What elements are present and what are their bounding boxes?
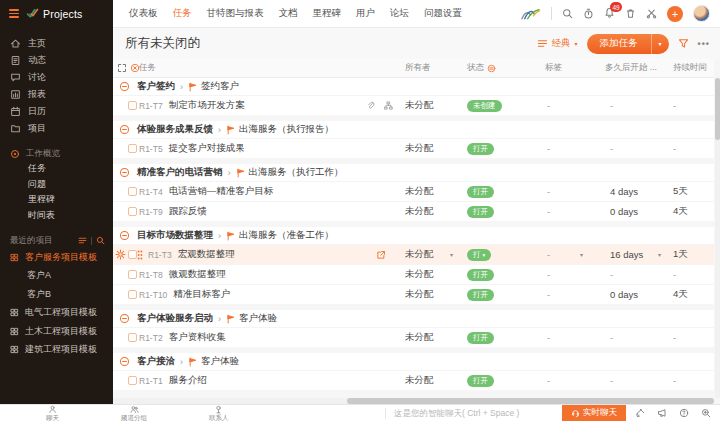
search-icon[interactable] bbox=[562, 8, 573, 19]
group-title[interactable]: 体验服务成果反馈 bbox=[137, 123, 213, 136]
caret-down-icon[interactable]: ▾ bbox=[450, 251, 453, 258]
task-owner[interactable]: 未分配 bbox=[405, 205, 434, 218]
scrollbar-thumb[interactable] bbox=[715, 78, 720, 140]
sidebar-item[interactable]: 项目 bbox=[0, 120, 113, 137]
recent-project-item[interactable]: 客户服务项目模板 bbox=[0, 248, 113, 267]
caret-down-icon[interactable]: ▾ bbox=[580, 251, 583, 258]
group-collapse-icon[interactable] bbox=[119, 81, 130, 92]
sidebar-item[interactable]: 报表 bbox=[0, 86, 113, 103]
sidebar-overview-item[interactable]: 任务 bbox=[0, 161, 113, 177]
task-title[interactable]: 服务介绍 bbox=[169, 374, 207, 387]
task-label[interactable]: - bbox=[547, 143, 550, 154]
bin-icon[interactable] bbox=[625, 8, 636, 19]
task-owner[interactable]: 未分配 bbox=[405, 288, 434, 301]
sidebar-item[interactable]: 主页 bbox=[0, 35, 113, 52]
row-checkbox[interactable] bbox=[128, 376, 137, 385]
recent-project-item[interactable]: 电气工程项目模板 bbox=[0, 304, 113, 323]
milestone-link[interactable]: 出海服务（执行报告） bbox=[239, 123, 334, 136]
task-row[interactable]: R1-T8 微观数据整理 未分配 打开 - - - bbox=[113, 264, 714, 284]
nav-item[interactable]: 甘特图与报表 bbox=[207, 7, 264, 20]
add-task-button[interactable]: 添加任务 ▾ bbox=[587, 34, 669, 54]
group-collapse-icon[interactable] bbox=[119, 356, 130, 367]
status-badge[interactable]: 打▾ bbox=[467, 249, 491, 261]
filter-icon[interactable] bbox=[678, 38, 689, 49]
tools-icon[interactable] bbox=[646, 8, 657, 19]
task-row[interactable]: R1-T9 跟踪反馈 未分配 打开 - 0 days 4天 bbox=[113, 201, 714, 221]
milestone-link[interactable]: 出海服务（准备工作） bbox=[239, 229, 334, 242]
task-title[interactable]: 精准目标客户 bbox=[173, 288, 230, 301]
group-title[interactable]: 客户体验服务启动 bbox=[137, 312, 213, 325]
nav-item[interactable]: 仪表板 bbox=[129, 7, 158, 20]
status-badge[interactable]: 打开 bbox=[467, 375, 494, 387]
task-start-in[interactable]: 16 days bbox=[610, 249, 643, 260]
row-checkbox[interactable] bbox=[128, 290, 137, 299]
status-badge[interactable]: 打开 bbox=[467, 143, 494, 155]
task-title[interactable]: 跟踪反馈 bbox=[169, 205, 207, 218]
task-title[interactable]: 客户资料收集 bbox=[169, 331, 226, 344]
task-owner[interactable]: 未分配 bbox=[405, 331, 434, 344]
nav-item[interactable]: 论坛 bbox=[390, 7, 409, 20]
task-title[interactable]: 制定市场开发方案 bbox=[169, 99, 245, 112]
attachment-icon[interactable] bbox=[366, 101, 375, 110]
nav-item[interactable]: 任务 bbox=[173, 7, 192, 20]
status-badge[interactable]: 打开 bbox=[467, 269, 494, 281]
row-checkbox[interactable] bbox=[128, 101, 137, 110]
group-title[interactable]: 客户签约 bbox=[137, 80, 175, 93]
view-switcher[interactable]: 经典 ▾ bbox=[537, 37, 578, 50]
feedback-icon[interactable] bbox=[635, 408, 645, 418]
sidebar-item[interactable]: 动态 bbox=[0, 52, 113, 69]
task-start-in[interactable]: - bbox=[610, 332, 613, 343]
gear-icon[interactable] bbox=[115, 249, 126, 260]
sidebar-overview-header[interactable]: 工作概览 bbox=[0, 146, 113, 161]
open-detail-icon[interactable] bbox=[376, 250, 386, 260]
live-chat-button[interactable]: 实时聊天 bbox=[562, 405, 626, 421]
recent-project-item[interactable]: 建筑工程项目模板 bbox=[0, 341, 113, 360]
milestone-link[interactable]: 客户体验 bbox=[239, 312, 277, 325]
sidebar-item[interactable]: 讨论 bbox=[0, 69, 113, 86]
group-title[interactable]: 目标市场数据整理 bbox=[137, 229, 213, 242]
smart-chat-input[interactable] bbox=[394, 405, 562, 421]
task-title[interactable]: 微观数据整理 bbox=[169, 268, 226, 281]
row-checkbox[interactable] bbox=[128, 333, 137, 342]
col-owner[interactable]: 所有者 bbox=[395, 62, 460, 74]
task-label[interactable]: - bbox=[547, 332, 550, 343]
task-title[interactable]: 提交客户对接成果 bbox=[169, 142, 245, 155]
task-owner[interactable]: 未分配 bbox=[405, 142, 434, 155]
task-owner[interactable]: 未分配 bbox=[405, 374, 434, 387]
task-label[interactable]: - bbox=[547, 375, 550, 386]
task-start-in[interactable]: - bbox=[610, 143, 613, 154]
caret-down-icon[interactable]: ▾ bbox=[658, 251, 661, 258]
task-label[interactable]: - bbox=[547, 269, 550, 280]
app-logo[interactable]: Projects bbox=[26, 7, 83, 20]
zoom-icon[interactable] bbox=[701, 408, 711, 418]
task-start-in[interactable]: - bbox=[610, 269, 613, 280]
closed-tasks-filter-icon[interactable] bbox=[130, 63, 140, 73]
hamburger-menu-icon[interactable] bbox=[9, 9, 19, 18]
nav-item[interactable]: 问题设置 bbox=[424, 7, 462, 20]
project-list-icon[interactable] bbox=[78, 236, 87, 245]
task-title[interactable]: 宏观数据整理 bbox=[178, 248, 235, 261]
group-title[interactable]: 客户接洽 bbox=[137, 355, 175, 368]
task-start-in[interactable]: 0 days bbox=[610, 289, 638, 300]
sidebar-item[interactable]: 日历 bbox=[0, 103, 113, 120]
col-status[interactable]: 状态 bbox=[460, 62, 535, 74]
task-label[interactable]: - bbox=[547, 186, 550, 197]
group-collapse-icon[interactable] bbox=[119, 313, 130, 324]
status-settings-icon[interactable] bbox=[487, 64, 496, 73]
timer-icon[interactable] bbox=[583, 8, 594, 19]
sidebar-overview-item[interactable]: 问题 bbox=[0, 177, 113, 193]
task-row[interactable]: R1-T5 提交客户对接成果 未分配 打开 - - - bbox=[113, 138, 714, 158]
subtask-icon[interactable] bbox=[384, 101, 393, 110]
group-collapse-icon[interactable] bbox=[119, 167, 130, 178]
task-label[interactable]: - bbox=[547, 100, 550, 111]
help-icon[interactable] bbox=[679, 408, 689, 418]
row-checkbox[interactable] bbox=[128, 270, 137, 279]
quick-add-button[interactable]: + bbox=[667, 6, 683, 22]
col-label[interactable]: 标签 bbox=[535, 62, 590, 74]
more-options-icon[interactable]: ••• bbox=[698, 39, 710, 49]
milestone-link[interactable]: 签约客户 bbox=[201, 80, 239, 93]
project-search-icon[interactable] bbox=[96, 236, 105, 245]
task-label[interactable]: - bbox=[547, 249, 550, 260]
task-row[interactable]: R1-T10 精准目标客户 未分配 打开 - 0 days 4天 bbox=[113, 284, 714, 304]
nav-item[interactable]: 用户 bbox=[356, 7, 375, 20]
